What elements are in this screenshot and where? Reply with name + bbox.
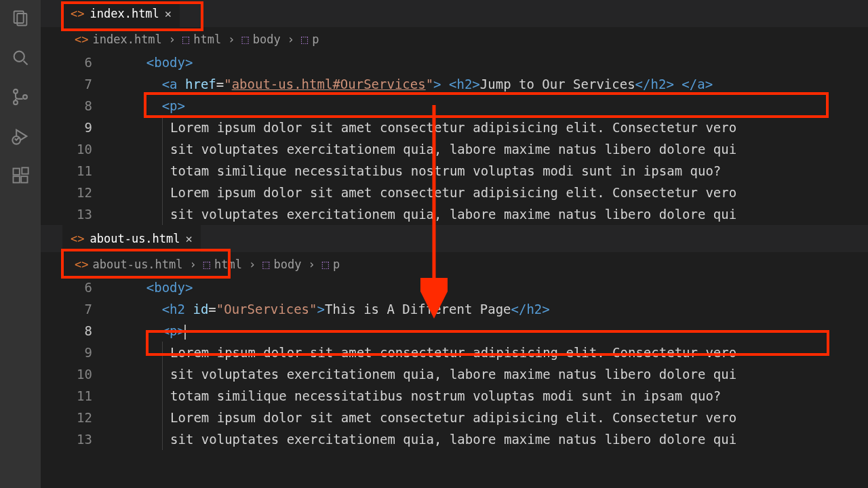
tab-bar-2: <> about-us.html ✕ xyxy=(41,225,868,252)
tab-filename: about-us.html xyxy=(90,232,180,245)
symbol-icon: ⬚ xyxy=(182,33,189,46)
text-cursor xyxy=(184,325,186,340)
activity-bar xyxy=(0,0,41,488)
symbol-icon: ⬚ xyxy=(203,258,210,271)
svg-line-3 xyxy=(24,61,28,65)
code-line[interactable]: Lorem ipsum dolor sit amet consectetur a… xyxy=(115,407,868,428)
chevron-right-icon: › xyxy=(288,33,294,46)
code-lines[interactable]: <body> <a href="about-us.html#OurService… xyxy=(115,52,868,225)
breadcrumb-html[interactable]: ⬚html xyxy=(203,258,242,271)
symbol-icon: ⬚ xyxy=(242,33,249,46)
chevron-right-icon: › xyxy=(228,33,235,46)
symbol-icon: ⬚ xyxy=(262,258,269,271)
breadcrumb-p[interactable]: ⬚p xyxy=(322,258,340,271)
breadcrumb-html[interactable]: ⬚html xyxy=(182,33,221,46)
svg-point-4 xyxy=(14,89,18,94)
code-line[interactable]: Lorem ipsum dolor sit amet consectetur a… xyxy=(115,117,868,138)
code-line[interactable]: <h2 id="OurServices">This is A Different… xyxy=(115,298,868,320)
file-icon: <> xyxy=(75,33,88,46)
editor-pane-2: <> about-us.html ✕ <>about-us.html › ⬚ht… xyxy=(41,225,868,450)
svg-rect-12 xyxy=(22,167,28,174)
extensions-icon[interactable] xyxy=(10,165,31,186)
debug-icon[interactable] xyxy=(10,126,31,146)
close-icon[interactable]: ✕ xyxy=(165,7,172,20)
code-line[interactable]: <body> xyxy=(115,277,868,298)
tab-index-html[interactable]: <> index.html ✕ xyxy=(62,0,180,27)
code-line[interactable]: <a href="about-us.html#OurServices"> <h2… xyxy=(115,73,868,95)
tab-bar-1: <> index.html ✕ xyxy=(41,0,868,27)
tab-about-us-html[interactable]: <> about-us.html ✕ xyxy=(62,225,201,252)
symbol-icon: ⬚ xyxy=(322,258,329,271)
source-control-icon[interactable] xyxy=(10,87,31,107)
explorer-icon[interactable] xyxy=(10,8,31,28)
svg-point-2 xyxy=(14,52,24,62)
code-line[interactable]: sit voluptates exercitationem quia, labo… xyxy=(115,203,868,225)
code-line[interactable]: <p> xyxy=(115,320,868,342)
chevron-right-icon: › xyxy=(190,258,197,271)
code-line[interactable]: sit voluptates exercitationem quia, labo… xyxy=(115,363,868,385)
symbol-icon: ⬚ xyxy=(301,33,308,46)
chevron-right-icon: › xyxy=(308,258,315,271)
breadcrumb-1[interactable]: <>index.html › ⬚html › ⬚body › ⬚p xyxy=(41,27,868,52)
breadcrumb-body[interactable]: ⬚body xyxy=(242,33,281,46)
breadcrumb-2[interactable]: <>about-us.html › ⬚html › ⬚body › ⬚p xyxy=(41,252,868,277)
breadcrumb-file[interactable]: <>index.html xyxy=(75,33,162,46)
svg-rect-10 xyxy=(14,176,20,182)
line-gutter: 6 7 8 9 10 11 12 13 xyxy=(41,52,115,225)
chevron-right-icon: › xyxy=(249,258,256,271)
svg-rect-9 xyxy=(14,169,20,175)
breadcrumb-body[interactable]: ⬚body xyxy=(262,258,301,271)
file-icon: <> xyxy=(71,232,84,245)
editor-pane-1: <> index.html ✕ <>index.html › ⬚html › ⬚… xyxy=(41,0,868,225)
code-line[interactable]: totam similique necessitatibus nostrum v… xyxy=(115,385,868,407)
close-icon[interactable]: ✕ xyxy=(186,232,193,245)
code-line[interactable]: Lorem ipsum dolor sit amet consectetur a… xyxy=(115,182,868,203)
svg-rect-11 xyxy=(21,176,27,182)
code-line[interactable]: <body> xyxy=(115,52,868,73)
breadcrumb-p[interactable]: ⬚p xyxy=(301,33,319,46)
code-line[interactable]: sit voluptates exercitationem quia, labo… xyxy=(115,138,868,160)
svg-point-5 xyxy=(14,100,18,104)
code-lines[interactable]: <body> <h2 id="OurServices">This is A Di… xyxy=(115,277,868,450)
tab-filename: index.html xyxy=(90,7,159,20)
breadcrumb-file[interactable]: <>about-us.html xyxy=(75,258,183,271)
file-icon: <> xyxy=(75,258,88,271)
editor-area: <> index.html ✕ <>index.html › ⬚html › ⬚… xyxy=(41,0,868,488)
search-icon[interactable] xyxy=(10,47,31,68)
code-area-2[interactable]: 6 7 8 9 10 11 12 13 <body> <h2 id="OurSe… xyxy=(41,277,868,450)
code-line[interactable]: <p> xyxy=(115,95,868,117)
code-line[interactable]: Lorem ipsum dolor sit amet consectetur a… xyxy=(115,342,868,363)
chevron-right-icon: › xyxy=(169,33,176,46)
file-icon: <> xyxy=(71,7,84,20)
code-line[interactable]: totam similique necessitatibus nostrum v… xyxy=(115,160,868,182)
code-line[interactable]: sit voluptates exercitationem quia, labo… xyxy=(115,428,868,450)
line-gutter: 6 7 8 9 10 11 12 13 xyxy=(41,277,115,450)
svg-point-6 xyxy=(23,95,27,99)
code-area-1[interactable]: 6 7 8 9 10 11 12 13 <body> <a href="abou… xyxy=(41,52,868,225)
